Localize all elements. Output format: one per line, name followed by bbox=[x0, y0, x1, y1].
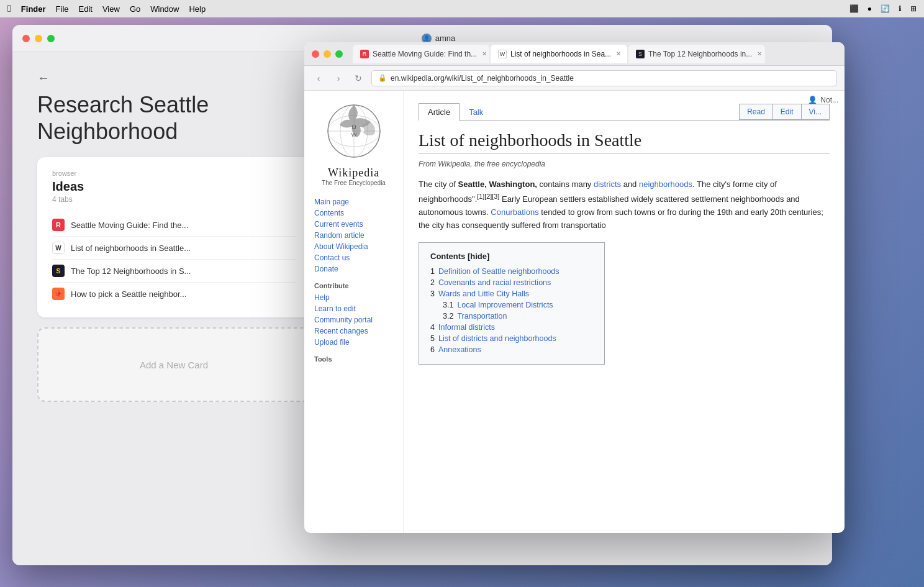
wiki-nav-current-events[interactable]: Current events bbox=[314, 219, 393, 230]
contents-link-1[interactable]: Definition of Seattle neighborhoods bbox=[438, 267, 559, 276]
wiki-nav-contents[interactable]: Contents bbox=[314, 207, 393, 219]
close-button[interactable] bbox=[22, 35, 30, 42]
browser-maximize-button[interactable] bbox=[335, 50, 343, 58]
menu-view[interactable]: View bbox=[102, 4, 120, 14]
contents-link-2[interactable]: Covenants and racial restrictions bbox=[438, 278, 551, 287]
apple-menu[interactable]:  bbox=[7, 3, 11, 14]
wiki-logo-sub: The Free Encyclopedia bbox=[314, 180, 393, 186]
wiki-link-districts[interactable]: districts bbox=[594, 180, 621, 189]
wiki-nav-contact[interactable]: Contact us bbox=[314, 252, 393, 263]
contents-link-4[interactable]: Informal districts bbox=[438, 323, 495, 332]
contents-num-6: 6 bbox=[430, 345, 435, 354]
forward-nav-button[interactable]: › bbox=[332, 71, 345, 85]
wiki-link-neighborhoods[interactable]: neighborhoods bbox=[639, 180, 692, 189]
back-nav-button[interactable]: ‹ bbox=[312, 71, 325, 85]
browser-card: browser Ideas 4 tabs R Seattle Moving Gu… bbox=[37, 157, 310, 317]
wiki-nav-upload[interactable]: Upload file bbox=[314, 337, 393, 348]
contents-item-5: 5 List of districts and neighborhoods bbox=[430, 333, 593, 344]
browser-tab-close-2[interactable]: ✕ bbox=[615, 49, 622, 58]
browser-tab-3[interactable]: S The Top 12 Neighborhoods in... ✕ bbox=[628, 45, 765, 63]
traffic-lights bbox=[22, 35, 55, 42]
menubar:  Finder File Edit View Go Window Help ⬛… bbox=[0, 0, 924, 17]
browser-close-button[interactable] bbox=[312, 50, 319, 58]
wiki-contribute-title: Contribute bbox=[314, 282, 393, 289]
browser-tab-favicon-1: R bbox=[360, 50, 369, 58]
menu-edit[interactable]: Edit bbox=[79, 4, 93, 14]
contents-num-5: 5 bbox=[430, 334, 435, 343]
wiki-nav-community[interactable]: Community portal bbox=[314, 314, 393, 325]
add-card-button[interactable]: Add a New Card bbox=[37, 327, 310, 402]
menu-go[interactable]: Go bbox=[130, 4, 140, 14]
tab-favicon-3: S bbox=[52, 265, 65, 277]
tab-item-2[interactable]: W List of neighborhoods in Seattle... bbox=[52, 237, 296, 260]
contents-link-5[interactable]: List of districts and neighborhoods bbox=[438, 334, 556, 343]
wiki-tab-article[interactable]: Article bbox=[419, 103, 460, 121]
lock-icon: 🔒 bbox=[378, 74, 387, 82]
contents-num-3-1: 3.1 bbox=[443, 301, 453, 309]
browser-tab-2[interactable]: W List of neighborhoods in Sea... ✕ bbox=[491, 45, 627, 63]
browser-minimize-button[interactable] bbox=[324, 50, 331, 58]
wiki-nav-learn[interactable]: Learn to edit bbox=[314, 303, 393, 314]
contents-num-3-2: 3.2 bbox=[443, 312, 453, 321]
browser-tab-close-1[interactable]: ✕ bbox=[481, 49, 488, 58]
menu-file[interactable]: File bbox=[56, 4, 69, 14]
browser-titlebar: R Seattle Moving Guide: Find th... ✕ W L… bbox=[304, 42, 845, 66]
browser-traffic-lights bbox=[312, 50, 343, 58]
wiki-nav-recent[interactable]: Recent changes bbox=[314, 325, 393, 337]
menu-finder[interactable]: Finder bbox=[21, 4, 46, 14]
browser-window: R Seattle Moving Guide: Find th... ✕ W L… bbox=[304, 42, 845, 533]
wiki-action-edit[interactable]: Edit bbox=[773, 104, 802, 120]
menu-window[interactable]: Window bbox=[150, 4, 179, 14]
browser-content: Ω W Wikipedia The Free Encyclopedia Main… bbox=[304, 91, 845, 533]
wiki-globe-image: Ω W bbox=[326, 103, 382, 159]
reload-button[interactable]: ↻ bbox=[351, 71, 365, 85]
browser-tab-label-2: List of neighborhoods in Sea... bbox=[510, 50, 611, 58]
not-logged-text: Not... bbox=[820, 96, 838, 104]
wiki-nav-help[interactable]: Help bbox=[314, 292, 393, 303]
wiki-action-read[interactable]: Read bbox=[739, 104, 773, 120]
maximize-button[interactable] bbox=[47, 35, 55, 42]
wiki-sidebar: Ω W Wikipedia The Free Encyclopedia Main… bbox=[304, 91, 404, 533]
contents-link-6[interactable]: Annexations bbox=[438, 345, 481, 354]
back-button[interactable]: ← bbox=[37, 71, 50, 85]
contents-link-3-2[interactable]: Transportation bbox=[457, 312, 507, 321]
contents-num-3: 3 bbox=[430, 289, 435, 298]
browser-tab-favicon-3: S bbox=[636, 50, 645, 58]
wiki-nav-about[interactable]: About Wikipedia bbox=[314, 241, 393, 252]
menubar-right: ⬛ ● 🔄 ℹ ⊞ bbox=[849, 4, 917, 13]
card-label: browser bbox=[52, 170, 296, 177]
contents-num-4: 4 bbox=[430, 323, 435, 332]
menu-help[interactable]: Help bbox=[189, 4, 206, 14]
contents-box: Contents [hide] 1 Definition of Seattle … bbox=[419, 242, 605, 365]
browser-tab-favicon-2: W bbox=[498, 50, 507, 58]
browser-addressbar: ‹ › ↻ 🔒 en.wikipedia.org/wiki/List_of_ne… bbox=[304, 66, 845, 91]
tab-item-3[interactable]: S The Top 12 Neighborhoods in S... bbox=[52, 260, 296, 283]
wiki-tab-talk[interactable]: Talk bbox=[460, 103, 492, 121]
contents-item-3-2: 3.2 Transportation bbox=[430, 311, 593, 322]
tab-favicon-2: W bbox=[52, 242, 65, 254]
tab-item-1[interactable]: R Seattle Moving Guide: Find the... bbox=[52, 214, 296, 237]
wiki-tabs: Article Talk Read Edit Vi... bbox=[419, 103, 830, 121]
contents-link-3[interactable]: Wards and Little City Halls bbox=[438, 289, 529, 298]
wiki-main-content[interactable]: Article Talk Read Edit Vi... 👤 Not... Li… bbox=[404, 91, 845, 533]
menubar-icon-screen: ⬛ bbox=[849, 4, 859, 13]
wiki-nav-donate[interactable]: Donate bbox=[314, 263, 393, 275]
svg-text:Ω: Ω bbox=[351, 124, 356, 130]
back-arrow-icon: ← bbox=[37, 71, 50, 85]
wiki-nav-main-page[interactable]: Main page bbox=[314, 196, 393, 207]
minimize-button[interactable] bbox=[35, 35, 42, 42]
wiki-link-conurbations[interactable]: Conurbations bbox=[491, 207, 538, 217]
browser-tab-label-1: Seattle Moving Guide: Find th... bbox=[373, 50, 477, 58]
menubar-icon-info: ℹ bbox=[899, 4, 902, 13]
wiki-nav-random-article[interactable]: Random article bbox=[314, 230, 393, 241]
tab-item-4[interactable]: 📌 How to pick a Seattle neighbor... bbox=[52, 283, 296, 305]
address-bar[interactable]: 🔒 en.wikipedia.org/wiki/List_of_neighbor… bbox=[371, 70, 837, 86]
wiki-logo: Ω W Wikipedia The Free Encyclopedia bbox=[314, 103, 393, 186]
wiki-from-line: From Wikipedia, the free encyclopedia bbox=[419, 160, 830, 168]
window-title-text: amna bbox=[435, 34, 456, 43]
browser-tab-1[interactable]: R Seattle Moving Guide: Find th... ✕ bbox=[353, 45, 489, 63]
contents-item-3-1: 3.1 Local Improvement Districts bbox=[430, 299, 593, 311]
wiki-page-title: List of neighborhoods in Seattle bbox=[419, 130, 830, 153]
contents-link-3-1[interactable]: Local Improvement Districts bbox=[457, 301, 553, 309]
browser-tab-close-3[interactable]: ✕ bbox=[756, 49, 763, 58]
